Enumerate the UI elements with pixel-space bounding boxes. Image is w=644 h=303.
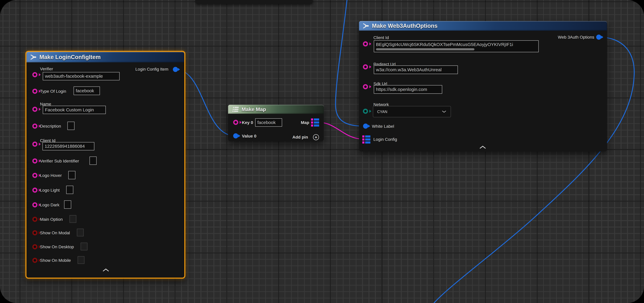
pin-verifier[interactable] bbox=[32, 72, 38, 77]
pin-logo-light[interactable] bbox=[32, 188, 38, 193]
pin-label-value-0: Value 0 bbox=[242, 134, 256, 138]
client-id-value: BEglQSgt4cUWcj6SKRdu5QkOXTsePmMcusG5EAoy… bbox=[376, 42, 513, 47]
pin-label-show-on-desktop: Show On Desktop bbox=[40, 244, 74, 249]
logo-dark-input[interactable] bbox=[64, 200, 71, 209]
pin-login-config[interactable] bbox=[362, 136, 370, 144]
chevron-up-icon[interactable] bbox=[102, 268, 109, 272]
logo-hover-input[interactable] bbox=[68, 171, 76, 179]
show-on-mobile-checkbox[interactable] bbox=[78, 256, 84, 264]
map-pin-row bbox=[362, 136, 370, 138]
pin-label-type-of-login: Type Of Login bbox=[40, 89, 66, 94]
pin-label-verifier: Verifier bbox=[40, 66, 53, 72]
sdk-url-input[interactable]: https://sdk.openlogin.com bbox=[374, 85, 442, 94]
pin-show-on-desktop[interactable] bbox=[32, 244, 38, 249]
pin-label-white-label: White Label bbox=[372, 124, 394, 129]
make-map-icon bbox=[231, 106, 239, 112]
pin-map-output[interactable] bbox=[311, 118, 319, 126]
node-make-map[interactable]: Make Map Key 0 facebook Map Value 0 Add … bbox=[228, 105, 324, 141]
client-id-input[interactable]: BEglQSgt4cUWcj6SKRdu5QkOXTsePmMcusG5EAoy… bbox=[374, 40, 539, 52]
map-pin-row bbox=[311, 122, 319, 124]
name-input[interactable]: Facebook Custom Login bbox=[43, 106, 106, 114]
map-pin-row bbox=[311, 118, 319, 120]
pin-name[interactable] bbox=[32, 107, 38, 112]
pin-label-main-option: Main Option bbox=[40, 217, 63, 222]
network-selected-value: CYAN bbox=[377, 110, 388, 114]
pin-sdk-url[interactable] bbox=[363, 84, 368, 89]
pin-label-verifier-sub-identifier: Verifier Sub Identifier bbox=[40, 159, 79, 164]
logo-light-input[interactable] bbox=[66, 186, 73, 194]
pin-type-of-login[interactable] bbox=[32, 89, 38, 94]
pin-label-key-0: Key 0 bbox=[242, 120, 253, 125]
pin-main-option[interactable] bbox=[32, 217, 38, 222]
pin-key-0[interactable] bbox=[233, 120, 238, 125]
partial-node-top[interactable] bbox=[196, 0, 313, 4]
pin-description[interactable] bbox=[32, 124, 38, 129]
node-header-make-loginconfigitem[interactable]: Make LoginConfigItem bbox=[26, 52, 184, 62]
pin-network[interactable] bbox=[363, 109, 368, 114]
pin-label-login-config: Login Config bbox=[374, 137, 397, 142]
pin-value-0[interactable] bbox=[233, 133, 238, 138]
node-title: Make LoginConfigItem bbox=[40, 54, 100, 60]
pin-label-logo-light: Logo Light bbox=[40, 188, 60, 193]
node-title: Make Map bbox=[242, 106, 266, 112]
network-dropdown[interactable]: CYAN bbox=[373, 106, 451, 118]
chevron-down-icon bbox=[442, 110, 446, 113]
pin-login-config-item-output[interactable] bbox=[173, 67, 178, 72]
chevron-up-icon[interactable] bbox=[479, 146, 486, 149]
node-make-web3authoptions[interactable]: Make Web3AuthOptions Client Id BEglQSgt4… bbox=[359, 21, 607, 152]
pin-show-on-mobile[interactable] bbox=[32, 258, 38, 263]
client-id-input[interactable]: 1222658941886084 bbox=[42, 142, 94, 150]
output-pin-label: Map bbox=[301, 120, 309, 125]
verifier-input[interactable]: web3auth-facebook-example bbox=[43, 72, 120, 80]
pin-client-id[interactable] bbox=[363, 41, 368, 46]
make-struct-icon bbox=[362, 23, 369, 29]
key-0-input[interactable]: facebook bbox=[255, 118, 282, 127]
node-make-loginconfigitem[interactable]: Make LoginConfigItem Login Config Item V… bbox=[26, 51, 185, 279]
map-pin-row bbox=[362, 138, 370, 140]
verifier-sub-identifier-input[interactable] bbox=[90, 156, 97, 165]
type-of-login-input[interactable]: facebook bbox=[74, 86, 100, 95]
pin-web3auth-options-output[interactable] bbox=[596, 34, 601, 40]
add-pin-label[interactable]: Add pin bbox=[292, 135, 308, 140]
pin-redirect-url[interactable] bbox=[363, 64, 368, 70]
pin-label-logo-dark: Logo Dark bbox=[40, 202, 60, 208]
wire-map-to-loginconfig[interactable] bbox=[319, 122, 363, 139]
pin-show-on-modal[interactable] bbox=[32, 230, 38, 235]
pin-verifier-sub-identifier[interactable] bbox=[32, 158, 38, 164]
make-struct-icon bbox=[30, 54, 37, 60]
pin-label-show-on-modal: Show On Modal bbox=[40, 230, 70, 235]
pin-white-label[interactable] bbox=[363, 124, 368, 129]
node-header-make-map[interactable]: Make Map bbox=[228, 105, 324, 114]
node-header-make-web3authoptions[interactable]: Make Web3AuthOptions bbox=[359, 21, 607, 31]
main-option-checkbox[interactable] bbox=[70, 215, 76, 223]
show-on-modal-checkbox[interactable] bbox=[77, 228, 84, 236]
pin-label-show-on-mobile: Show On Mobile bbox=[40, 258, 71, 263]
output-pin-label: Login Config Item bbox=[136, 67, 168, 72]
plus-circle-icon[interactable]: + bbox=[313, 134, 319, 140]
map-pin-row bbox=[362, 142, 370, 144]
redirect-url-input[interactable]: w3a://com.w3a.Web3AuthUnreal bbox=[374, 66, 458, 74]
pin-label-logo-hover: Logo Hover bbox=[40, 173, 62, 178]
pin-client-id[interactable] bbox=[32, 142, 38, 147]
pin-label-client-id: Client Id bbox=[374, 35, 389, 40]
output-pin-label: Web 3Auth Options bbox=[558, 35, 594, 40]
map-pin-row bbox=[311, 124, 319, 126]
show-on-desktop-checkbox[interactable] bbox=[80, 242, 88, 250]
description-input[interactable] bbox=[67, 122, 74, 130]
node-title: Make Web3AuthOptions bbox=[372, 23, 438, 29]
blueprint-graph-canvas[interactable]: Make LoginConfigItem Login Config Item V… bbox=[0, 0, 644, 303]
pin-logo-hover[interactable] bbox=[32, 173, 38, 178]
client-id-scrollbar[interactable] bbox=[376, 48, 474, 50]
pin-logo-dark[interactable] bbox=[32, 202, 38, 208]
pin-label-description: Description bbox=[40, 124, 61, 129]
